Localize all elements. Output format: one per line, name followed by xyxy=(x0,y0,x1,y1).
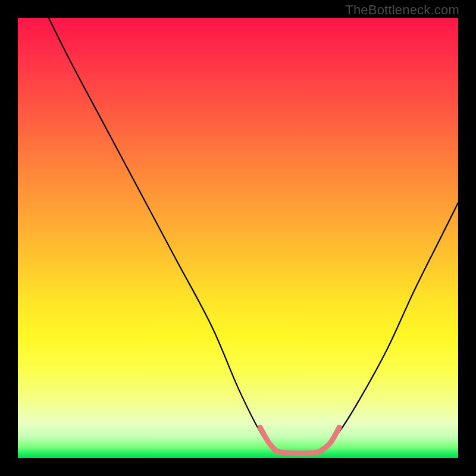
series-right-curve xyxy=(322,203,458,449)
series-floor-pink-segment xyxy=(275,451,322,453)
series-left-pink-segment xyxy=(260,427,275,450)
watermark-text: TheBottleneck.com xyxy=(345,2,459,18)
plot-area xyxy=(18,18,458,458)
chart-frame: TheBottleneck.com xyxy=(0,0,476,476)
series-left-curve xyxy=(49,18,273,449)
curves-svg xyxy=(18,18,458,458)
series-right-pink-segment xyxy=(322,427,340,450)
